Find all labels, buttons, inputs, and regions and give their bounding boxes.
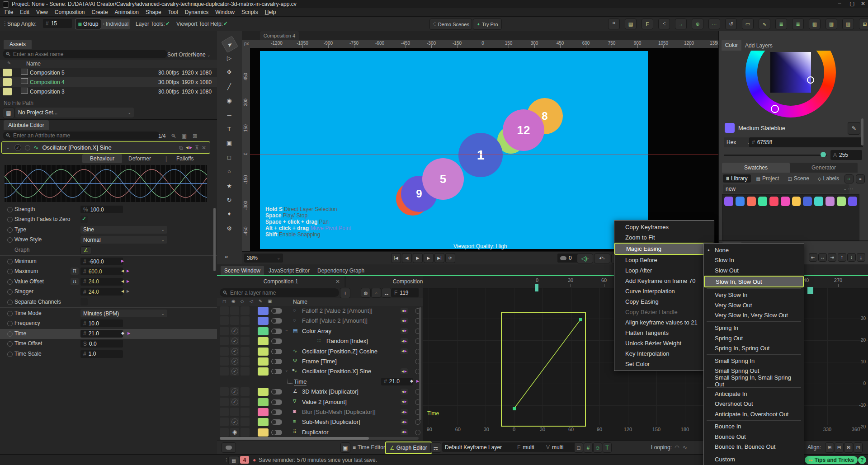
menu-composition[interactable]: Composition xyxy=(55,9,85,15)
submenu-item-overshoot-out[interactable]: Overshoot Out xyxy=(704,399,804,409)
go-to-start-button[interactable]: |◀ xyxy=(391,253,401,263)
columns-icon[interactable]: ▥ xyxy=(809,19,821,29)
time-value-field[interactable]: #21.0 xyxy=(381,378,413,385)
keyframe-nav-pill[interactable]: ◀▶ xyxy=(401,328,408,334)
loop-before-icon[interactable]: ◠ xyxy=(675,444,679,451)
connect-dot-icon[interactable] xyxy=(7,321,13,326)
layer-color-chip[interactable] xyxy=(258,348,269,356)
default-keyframe-layer-field[interactable]: Default Keyframe Layer xyxy=(442,442,516,452)
select-tool[interactable]: ➤ xyxy=(221,36,238,53)
cell-blank[interactable] xyxy=(241,337,250,345)
cell-blank[interactable] xyxy=(241,347,250,356)
frame-tool[interactable]: ▣ xyxy=(223,137,235,149)
layer-row-random[interactable]: ✓∷Random [Index]◀▶ xyxy=(217,336,423,346)
layer-toggle[interactable] xyxy=(271,359,282,364)
layer-row-frame[interactable]: ✓ΨFrame [Time] xyxy=(217,357,423,366)
asset-search-input[interactable]: 🔍︎Enter an Asset name xyxy=(3,50,167,58)
cell-blank[interactable] xyxy=(220,398,229,406)
prev-keyframe-icon[interactable]: ◀ xyxy=(121,289,124,293)
keyframe-frame-field[interactable]: Fmulti xyxy=(514,442,547,452)
value-field[interactable]: #600.0 xyxy=(80,268,123,275)
maximize-button[interactable]: ▢ xyxy=(847,0,858,7)
tab-falloffs[interactable]: Falloffs xyxy=(176,155,193,162)
value-field[interactable]: S0.0 xyxy=(80,340,123,348)
layer-toggle[interactable] xyxy=(271,308,282,314)
swatch-8e5bf0[interactable] xyxy=(724,197,733,206)
cell-check[interactable]: ✓ xyxy=(230,357,239,366)
keyframe-diamond-icon[interactable]: ◆ xyxy=(410,379,413,383)
connect-dot-icon[interactable] xyxy=(7,352,13,357)
layer-toggle[interactable] xyxy=(271,318,282,324)
cell-empty[interactable] xyxy=(220,306,229,315)
menu-edit[interactable]: Edit xyxy=(20,9,29,15)
swatch-f9705b[interactable] xyxy=(747,197,756,206)
keyframe-point[interactable] xyxy=(579,318,582,321)
attribute-scrollbar[interactable] xyxy=(213,208,216,271)
connect-dot-icon[interactable] xyxy=(7,300,13,305)
swatch-4186f0[interactable] xyxy=(736,197,745,206)
cell-blank[interactable] xyxy=(220,327,229,335)
demo-scenes-button[interactable]: ⠪Demo Scenes xyxy=(429,19,472,30)
menu-dynamics[interactable]: Dynamics xyxy=(185,9,209,15)
align-left-icon[interactable]: ≣ xyxy=(775,19,787,29)
cell-check[interactable]: ✓ xyxy=(230,418,239,426)
value-field[interactable]: %100.0 xyxy=(80,206,123,213)
hue-selector[interactable] xyxy=(771,105,779,113)
asset-row[interactable]: Composition 430.00fps1920 x 1080 xyxy=(0,77,217,87)
current-frame-field[interactable]: F119 xyxy=(392,288,419,297)
labels-tab[interactable]: ◇Labels xyxy=(815,174,842,183)
help-button[interactable]: ? xyxy=(858,456,866,464)
close-attribute-icon[interactable]: ✕ xyxy=(202,145,206,151)
next-keyframe-icon[interactable]: ▶ xyxy=(189,146,192,150)
submenu-item-very-slow-in[interactable]: Very Slow In xyxy=(704,290,804,300)
audio-mute-button[interactable]: ◁)▹ xyxy=(577,254,593,263)
submenu-item-spring-in-spring-out[interactable]: Spring In, Spring Out xyxy=(704,343,804,353)
filter-settings-button[interactable]: ⚎ xyxy=(382,288,392,298)
menu-scripts[interactable]: Scripts xyxy=(241,9,258,15)
prev-keyframe-icon[interactable]: ◀ xyxy=(121,279,124,283)
next-keyframe-icon[interactable]: ▶ xyxy=(121,259,124,263)
align-center-h-button[interactable]: ↔ xyxy=(818,253,827,262)
connect-dot-icon[interactable] xyxy=(7,341,13,347)
list-view-button[interactable]: ≡ xyxy=(856,174,865,183)
sv-square[interactable] xyxy=(770,52,811,93)
current-color-chip[interactable] xyxy=(725,123,735,133)
close-tab-icon[interactable]: ✕ xyxy=(335,278,340,285)
menu-item-magic-easing[interactable]: Magic Easing▶ xyxy=(614,243,714,255)
cell-blank[interactable] xyxy=(220,418,229,426)
checkbox[interactable] xyxy=(80,298,88,305)
cell-empty[interactable] xyxy=(230,316,239,325)
align-right-icon[interactable]: ≣ xyxy=(792,19,804,29)
radio-icon[interactable] xyxy=(25,145,30,150)
keyframe-layer-icon-button[interactable]: ⚎ xyxy=(430,442,441,453)
collapse-all-button[interactable] xyxy=(222,442,236,453)
time-attribute-label[interactable]: Time xyxy=(294,378,307,385)
menu-item-loop-after[interactable]: Loop After▶ xyxy=(614,265,714,276)
pi-driver-button[interactable]: π xyxy=(71,268,79,275)
alpha-slider[interactable] xyxy=(724,155,827,156)
table-icon[interactable]: ⊞ xyxy=(859,19,868,29)
layer-color-chip[interactable] xyxy=(258,357,269,366)
dots-arrow-icon[interactable]: ⠪ xyxy=(658,19,670,29)
align-right-button[interactable]: ⇥ xyxy=(828,253,836,262)
assets-tab[interactable]: Assets xyxy=(4,40,32,49)
layer-tools-check[interactable]: ✓ xyxy=(165,20,170,27)
shape-circle-12[interactable]: 12 xyxy=(503,109,544,151)
javascript-editor-tab[interactable]: JavaScript Editor xyxy=(269,268,310,274)
swatch-c486d6[interactable] xyxy=(826,197,835,206)
go-to-end-button[interactable]: ▶| xyxy=(434,253,444,263)
cell-empty[interactable] xyxy=(241,316,250,325)
layer-toggle[interactable] xyxy=(271,369,282,374)
swatch-41e3a0[interactable] xyxy=(758,197,767,206)
attribute-search-input[interactable]: 🔍︎Enter an Attribute name xyxy=(3,132,160,140)
solo-icon[interactable]: ▣ xyxy=(268,299,272,304)
expand-chevron-icon[interactable]: ⌄ xyxy=(285,328,288,332)
move-tool[interactable]: ✥ xyxy=(223,66,235,78)
keyframe-nav-pill[interactable]: ◀▶ xyxy=(401,308,408,314)
text-overlay-button[interactable]: T xyxy=(603,442,612,453)
connect-dot-icon[interactable] xyxy=(7,331,13,337)
value-dropdown[interactable]: Sine⌄ xyxy=(80,226,167,234)
layer-toggle[interactable] xyxy=(271,409,282,415)
submenu-item-small-spring-in-small-spring-out[interactable]: Small Spring In, Small Spring Out xyxy=(704,376,804,386)
settings-tool[interactable]: ⚙ xyxy=(223,222,235,234)
